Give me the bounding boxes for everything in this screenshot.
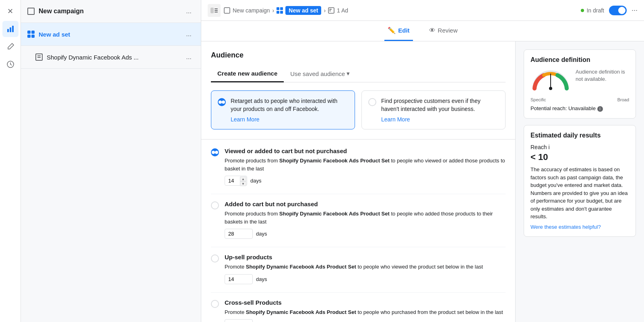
radio-circle-viewed_cart bbox=[211, 148, 219, 156]
tab-edit-label: Edit bbox=[398, 27, 409, 34]
retarget-learn-more[interactable]: Learn More bbox=[231, 116, 260, 123]
prospective-description: Find prospective customers even if they … bbox=[381, 97, 499, 113]
tab-create-audience[interactable]: Create new audience bbox=[211, 66, 284, 82]
breadcrumb-campaign-icon bbox=[224, 7, 230, 14]
targeting-title-crosssell: Cross-sell Products bbox=[225, 299, 506, 306]
targeting-option-viewed_cart[interactable]: Viewed or added to cart but not purchase… bbox=[211, 148, 506, 186]
option-divider-1 bbox=[211, 247, 506, 247]
days-spinner-down-viewed_cart[interactable]: ▼ bbox=[240, 181, 246, 186]
targeting-content-crosssell: Cross-sell ProductsPromote Shopify Dynam… bbox=[225, 299, 506, 322]
targeting-options: Viewed or added to cart but not purchase… bbox=[211, 148, 506, 322]
gauge-broad-label: Broad bbox=[617, 97, 629, 102]
breadcrumb-sep-2: › bbox=[324, 7, 326, 14]
sidebar-ad-left: Shopify Dynamic Facebook Ads ... bbox=[35, 53, 138, 61]
prospective-radio-card[interactable]: Find prospective customers even if they … bbox=[361, 90, 506, 129]
content-area: Audience Create new audience Use saved a… bbox=[201, 41, 644, 322]
breadcrumb-ad[interactable]: 1 Ad bbox=[337, 7, 348, 14]
gauge-labels: Audience definition is not available. bbox=[576, 68, 629, 83]
sidebar-toggle-button[interactable] bbox=[208, 4, 221, 17]
potential-reach-label: Potential reach: bbox=[530, 105, 567, 111]
sidebar-item-campaign[interactable]: New campaign ... bbox=[21, 0, 201, 23]
days-label-added_cart: days bbox=[256, 231, 267, 237]
tab-review[interactable]: 👁 Review bbox=[426, 21, 461, 41]
retarget-description: Retarget ads to people who interacted wi… bbox=[231, 97, 348, 113]
days-input-added_cart[interactable] bbox=[225, 229, 253, 239]
audience-section-title: Audience bbox=[211, 51, 506, 59]
prospective-learn-more[interactable]: Learn More bbox=[381, 116, 410, 123]
breadcrumb-ad-icon bbox=[328, 7, 334, 14]
estimates-helpful-link[interactable]: Were these estimates helpful? bbox=[530, 224, 629, 230]
pencil-icon[interactable] bbox=[2, 39, 19, 55]
edit-review-tabs: ✏️ Edit 👁 Review bbox=[201, 21, 644, 41]
sidebar-adset-left: New ad set bbox=[27, 31, 70, 38]
form-panel: Audience Create new audience Use saved a… bbox=[201, 41, 515, 322]
days-row-added_cart: days bbox=[225, 229, 506, 239]
retarget-radio-card[interactable]: Retarget ads to people who interacted wi… bbox=[211, 90, 355, 129]
days-row-upsell: days bbox=[225, 274, 506, 284]
breadcrumb-adset[interactable]: New ad set bbox=[285, 6, 321, 15]
gauge-axis-labels: Specific Broad bbox=[530, 97, 629, 102]
review-eye-icon: 👁 bbox=[429, 27, 436, 34]
tab-create-audience-label: Create new audience bbox=[217, 70, 277, 77]
audience-gauge bbox=[530, 68, 571, 92]
close-icon[interactable]: ✕ bbox=[2, 3, 19, 19]
icon-bar: ✕ bbox=[0, 0, 21, 322]
tab-edit[interactable]: ✏️ Edit bbox=[384, 21, 413, 41]
days-label-viewed_cart: days bbox=[250, 178, 261, 184]
gauge-wrap: Audience definition is not available. bbox=[530, 68, 629, 92]
estimated-results-title: Estimated daily results bbox=[530, 132, 629, 139]
targeting-option-crosssell[interactable]: Cross-sell ProductsPromote Shopify Dynam… bbox=[211, 299, 506, 322]
targeting-option-upsell[interactable]: Up-sell productsPromote Shopify Dynamic … bbox=[211, 254, 506, 284]
status-text: In draft bbox=[586, 7, 604, 14]
svg-rect-5 bbox=[215, 8, 218, 9]
adset-icon bbox=[27, 31, 35, 38]
targeting-desc-upsell: Promote Shopify Dynamic Facebook Ads Pro… bbox=[225, 263, 506, 271]
edit-pencil-icon: ✏️ bbox=[388, 27, 396, 34]
gauge-specific-label: Specific bbox=[530, 97, 546, 102]
targeting-option-added_cart[interactable]: Added to cart but not purchasedPromote p… bbox=[211, 201, 506, 239]
svg-rect-8 bbox=[224, 8, 230, 13]
adset-more-button[interactable]: ... bbox=[183, 29, 194, 40]
breadcrumb-sep-1: › bbox=[272, 7, 275, 14]
campaign-more-button[interactable]: ... bbox=[183, 6, 194, 17]
option-divider-0 bbox=[211, 194, 506, 194]
potential-reach-value: Unavailable bbox=[568, 105, 596, 111]
campaign-icon bbox=[27, 8, 35, 15]
reach-info-icon[interactable]: i bbox=[548, 144, 549, 150]
topbar: New campaign › New ad set › 1 Ad In draf… bbox=[201, 0, 644, 21]
tab-saved-audience[interactable]: Use saved audience ▾ bbox=[284, 66, 356, 82]
audience-radio-row: Retarget ads to people who interacted wi… bbox=[211, 90, 506, 129]
chart-icon[interactable] bbox=[2, 21, 19, 37]
estimated-results-panel: Estimated daily results Reach i < 10 The… bbox=[524, 125, 636, 237]
reach-label-text: Reach bbox=[530, 144, 547, 150]
targeting-desc-viewed_cart: Promote products from Shopify Dynamic Fa… bbox=[225, 157, 506, 172]
days-input-upsell[interactable] bbox=[225, 274, 253, 284]
saved-audience-arrow: ▾ bbox=[347, 70, 350, 77]
retarget-content: Retarget ads to people who interacted wi… bbox=[231, 97, 348, 123]
option-divider-2 bbox=[211, 292, 506, 293]
tab-saved-audience-label: Use saved audience bbox=[290, 70, 345, 77]
status-badge: In draft bbox=[581, 7, 604, 14]
targeting-desc-added_cart: Promote products from Shopify Dynamic Fa… bbox=[225, 210, 506, 226]
svg-rect-0 bbox=[7, 29, 9, 32]
svg-point-13 bbox=[549, 87, 552, 90]
audience-definition-panel: Audience definition bbox=[524, 49, 636, 119]
ad-label: Shopify Dynamic Facebook Ads ... bbox=[47, 54, 138, 61]
targeting-content-added_cart: Added to cart but not purchasedPromote p… bbox=[225, 201, 506, 239]
draft-toggle[interactable] bbox=[609, 6, 627, 15]
days-row-viewed_cart: ▲▼days bbox=[225, 176, 506, 186]
targeting-title-upsell: Up-sell products bbox=[225, 254, 506, 260]
sidebar-item-ad[interactable]: Shopify Dynamic Facebook Ads ... ... bbox=[21, 46, 201, 69]
ad-more-button[interactable]: ... bbox=[183, 51, 194, 63]
prospective-content: Find prospective customers even if they … bbox=[381, 97, 499, 123]
sidebar-item-adset[interactable]: New ad set ... bbox=[21, 23, 201, 46]
topbar-more-button[interactable]: ··· bbox=[632, 6, 638, 14]
svg-rect-9 bbox=[328, 8, 334, 13]
clock-icon[interactable] bbox=[2, 56, 19, 72]
potential-reach: Potential reach: Unavailable i bbox=[530, 105, 629, 112]
topbar-left: New campaign › New ad set › 1 Ad bbox=[208, 4, 348, 17]
days-spinner-up-viewed_cart[interactable]: ▲ bbox=[240, 176, 246, 181]
potential-reach-info-icon[interactable]: i bbox=[597, 106, 603, 112]
breadcrumb-campaign[interactable]: New campaign bbox=[233, 7, 270, 14]
days-input-crosssell[interactable] bbox=[225, 319, 253, 322]
